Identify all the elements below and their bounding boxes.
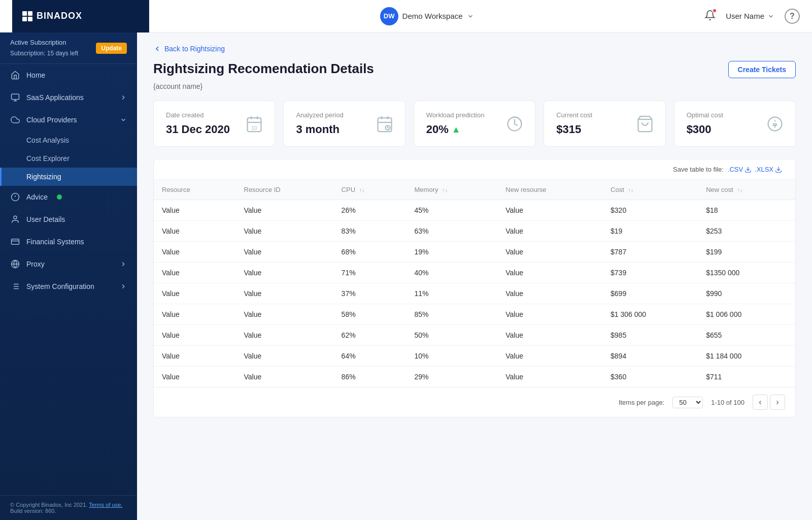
- sidebar-item-label-financial: Financial Systems: [26, 238, 84, 246]
- calendar-clock-icon: [375, 114, 395, 134]
- col-cpu[interactable]: CPU ↑↓: [333, 180, 407, 200]
- header-workspace: DW Demo Workspace: [380, 7, 474, 25]
- sidebar-item-home[interactable]: Home: [0, 64, 137, 86]
- create-tickets-button[interactable]: Create Tickets: [728, 61, 796, 78]
- user-menu[interactable]: User Name: [726, 12, 774, 20]
- logo-grid-icon: [22, 11, 32, 21]
- cell-cost: $699: [602, 283, 698, 304]
- col-new-cost[interactable]: New cost ↑↓: [698, 180, 795, 200]
- chevron-right-icon: [120, 94, 127, 101]
- table-toolbar: Save table to file: .CSV .XLSX: [154, 159, 795, 180]
- sidebar-item-label-proxy: Proxy: [26, 260, 45, 268]
- csv-download-link[interactable]: .CSV: [728, 166, 752, 173]
- cell-memory: 63%: [406, 221, 497, 242]
- trend-up-arrow: ▲: [452, 124, 461, 135]
- cell-new-resource: Value: [497, 221, 602, 242]
- saas-icon: [10, 92, 20, 103]
- sidebar-item-rightsizing[interactable]: Rightsizing: [0, 168, 137, 186]
- cell-cost: $985: [602, 325, 698, 346]
- sidebar-item-advice[interactable]: Advice: [0, 186, 137, 208]
- table-row: Value Value 86% 29% Value $360 $711: [154, 367, 795, 387]
- notification-bell[interactable]: [704, 10, 716, 23]
- cell-resource-id: Value: [236, 346, 333, 367]
- update-button[interactable]: Update: [96, 43, 127, 54]
- cell-resource: Value: [154, 263, 236, 283]
- cell-new-cost: $1350 000: [698, 263, 795, 283]
- help-button[interactable]: ?: [785, 9, 800, 24]
- table-row: Value Value 83% 63% Value $19 $253: [154, 221, 795, 242]
- cell-memory: 10%: [406, 346, 497, 367]
- sidebar-item-saas[interactable]: SaaS Applications: [0, 86, 137, 109]
- cell-resource-id: Value: [236, 221, 333, 242]
- cell-resource: Value: [154, 200, 236, 221]
- col-new-resource: New resourse: [497, 180, 602, 200]
- user-chevron-icon: [767, 13, 774, 20]
- workspace-avatar: DW: [380, 7, 398, 25]
- cell-new-resource: Value: [497, 200, 602, 221]
- cell-new-resource: Value: [497, 346, 602, 367]
- user-details-icon: [10, 214, 20, 224]
- workspace-selector[interactable]: DW Demo Workspace: [380, 7, 474, 25]
- cell-new-cost: $18: [698, 200, 795, 221]
- cell-new-resource: Value: [497, 325, 602, 346]
- sidebar-item-user-details[interactable]: User Details: [0, 208, 137, 231]
- cloud-sub-menu: Cost Analysis Cost Explorer Rightsizing: [0, 131, 137, 186]
- sidebar-item-label-system-config: System Configuration: [26, 282, 94, 290]
- logo-area: BINADOX: [12, 0, 149, 32]
- svg-text:10: 10: [251, 125, 257, 131]
- home-icon: [10, 70, 20, 80]
- coin-icon: [765, 114, 785, 134]
- layout: Active Subscription Subscription: 15 day…: [0, 32, 812, 520]
- prev-page-button[interactable]: ‹: [753, 395, 768, 410]
- xlsx-download-link[interactable]: .XLSX: [755, 166, 782, 173]
- table-row: Value Value 71% 40% Value $739 $1350 000: [154, 263, 795, 283]
- system-config-icon: [10, 281, 20, 291]
- cell-cpu: 68%: [333, 242, 407, 263]
- page-navigation: ‹ ›: [753, 395, 785, 410]
- sidebar-item-system-config[interactable]: System Configuration: [0, 275, 137, 298]
- calendar-icon: 10: [244, 114, 264, 134]
- cell-new-cost: $655: [698, 325, 795, 346]
- cell-cost: $787: [602, 242, 698, 263]
- sidebar-item-label-user-details: User Details: [26, 215, 65, 223]
- sidebar-item-cost-analysis[interactable]: Cost Analysis: [0, 131, 137, 149]
- footer-build: Build version: 860.: [10, 508, 56, 514]
- col-cost[interactable]: Cost ↑↓: [602, 180, 698, 200]
- sidebar-item-financial[interactable]: Financial Systems: [0, 231, 137, 253]
- card-optimal-cost: Optimal cost $300: [674, 101, 796, 147]
- cell-cpu: 58%: [333, 304, 407, 325]
- table-row: Value Value 37% 11% Value $699 $990: [154, 283, 795, 304]
- col-memory[interactable]: Memory ↑↓: [406, 180, 497, 200]
- next-page-button[interactable]: ›: [770, 395, 785, 410]
- sidebar-item-label-advice: Advice: [26, 193, 48, 201]
- sidebar-item-proxy[interactable]: Proxy: [0, 253, 137, 275]
- cell-cpu: 37%: [333, 283, 407, 304]
- card-workload: Workload prediction 20% ▲: [414, 101, 535, 147]
- cell-resource-id: Value: [236, 242, 333, 263]
- cell-memory: 40%: [406, 263, 497, 283]
- system-config-chevron-icon: [120, 283, 127, 290]
- cell-resource-id: Value: [236, 263, 333, 283]
- card-current-cost: Current cost $315: [544, 101, 665, 147]
- back-link-label: Back to Rightsizing: [164, 45, 225, 53]
- table-row: Value Value 26% 45% Value $320 $18: [154, 200, 795, 221]
- cell-cost: $360: [602, 367, 698, 387]
- back-link[interactable]: Back to Rightsizing: [153, 45, 796, 53]
- table-row: Value Value 58% 85% Value $1 306 000 $1 …: [154, 304, 795, 325]
- proxy-icon: [10, 259, 20, 269]
- save-label: Save table to file:: [673, 166, 724, 173]
- financial-icon: [10, 237, 20, 247]
- cell-resource-id: Value: [236, 283, 333, 304]
- cell-new-cost: $1 184 000: [698, 346, 795, 367]
- cell-resource-id: Value: [236, 304, 333, 325]
- sidebar-item-cost-explorer[interactable]: Cost Explorer: [0, 149, 137, 168]
- account-name: {account name}: [153, 82, 796, 90]
- sidebar-item-cloud[interactable]: Cloud Providers: [0, 109, 137, 131]
- footer-terms-link[interactable]: Terms of use.: [89, 502, 122, 508]
- items-per-page-select[interactable]: 50 25 100: [672, 397, 703, 408]
- sidebar-footer: © Copyright Binadox, Inc 2021. Terms of …: [0, 495, 137, 520]
- sidebar: Active Subscription Subscription: 15 day…: [0, 32, 137, 520]
- header-right: User Name ?: [704, 9, 800, 24]
- user-name-label: User Name: [726, 12, 764, 20]
- top-header: BINADOX DW Demo Workspace User Name ?: [0, 0, 812, 32]
